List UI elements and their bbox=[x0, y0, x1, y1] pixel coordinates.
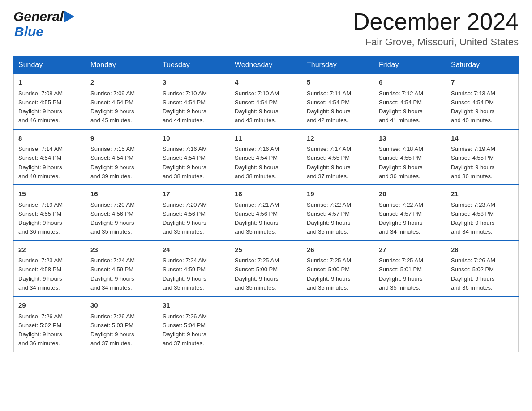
table-row: 31 Sunrise: 7:26 AM Sunset: 5:04 PM Dayl… bbox=[158, 296, 230, 352]
day-info: Sunrise: 7:19 AM Sunset: 4:55 PM Dayligh… bbox=[451, 146, 495, 180]
logo-blue-text: Blue bbox=[14, 24, 43, 39]
day-info: Sunrise: 7:24 AM Sunset: 4:59 PM Dayligh… bbox=[90, 257, 135, 291]
day-info: Sunrise: 7:12 AM Sunset: 4:54 PM Dayligh… bbox=[379, 90, 423, 124]
table-row bbox=[446, 296, 519, 352]
day-number: 13 bbox=[379, 133, 442, 144]
day-info: Sunrise: 7:08 AM Sunset: 4:55 PM Dayligh… bbox=[18, 90, 63, 124]
day-info: Sunrise: 7:10 AM Sunset: 4:54 PM Dayligh… bbox=[235, 90, 279, 124]
day-info: Sunrise: 7:16 AM Sunset: 4:54 PM Dayligh… bbox=[163, 146, 207, 180]
week-row-3: 15 Sunrise: 7:19 AM Sunset: 4:55 PM Dayl… bbox=[14, 185, 519, 241]
header-sunday: Sunday bbox=[14, 56, 86, 74]
header-friday: Friday bbox=[374, 56, 446, 74]
day-info: Sunrise: 7:13 AM Sunset: 4:54 PM Dayligh… bbox=[451, 90, 495, 124]
day-info: Sunrise: 7:18 AM Sunset: 4:55 PM Dayligh… bbox=[379, 146, 423, 180]
table-row: 20 Sunrise: 7:22 AM Sunset: 4:57 PM Dayl… bbox=[374, 185, 446, 241]
day-number: 17 bbox=[163, 189, 225, 199]
day-info: Sunrise: 7:22 AM Sunset: 4:57 PM Dayligh… bbox=[379, 201, 423, 235]
day-info: Sunrise: 7:17 AM Sunset: 4:55 PM Dayligh… bbox=[307, 146, 351, 180]
table-row bbox=[302, 296, 374, 352]
table-row: 5 Sunrise: 7:11 AM Sunset: 4:54 PM Dayli… bbox=[302, 74, 374, 129]
day-number: 10 bbox=[163, 133, 225, 144]
day-info: Sunrise: 7:22 AM Sunset: 4:57 PM Dayligh… bbox=[307, 201, 351, 235]
day-number: 24 bbox=[163, 245, 225, 255]
day-info: Sunrise: 7:26 AM Sunset: 5:02 PM Dayligh… bbox=[18, 313, 63, 347]
day-number: 9 bbox=[90, 133, 153, 144]
table-row: 18 Sunrise: 7:21 AM Sunset: 4:56 PM Dayl… bbox=[230, 185, 302, 241]
day-number: 25 bbox=[235, 245, 297, 255]
day-info: Sunrise: 7:23 AM Sunset: 4:58 PM Dayligh… bbox=[451, 201, 495, 235]
day-info: Sunrise: 7:20 AM Sunset: 4:56 PM Dayligh… bbox=[163, 201, 207, 235]
page-header: General Blue December 2024 Fair Grove, M… bbox=[13, 9, 519, 48]
week-row-2: 8 Sunrise: 7:14 AM Sunset: 4:54 PM Dayli… bbox=[14, 129, 519, 185]
table-row: 17 Sunrise: 7:20 AM Sunset: 4:56 PM Dayl… bbox=[158, 185, 230, 241]
table-row: 9 Sunrise: 7:15 AM Sunset: 4:54 PM Dayli… bbox=[86, 129, 158, 185]
day-number: 30 bbox=[90, 300, 153, 311]
table-row: 29 Sunrise: 7:26 AM Sunset: 5:02 PM Dayl… bbox=[14, 296, 86, 352]
day-info: Sunrise: 7:25 AM Sunset: 5:00 PM Dayligh… bbox=[235, 257, 279, 291]
table-row: 25 Sunrise: 7:25 AM Sunset: 5:00 PM Dayl… bbox=[230, 241, 302, 297]
header-thursday: Thursday bbox=[302, 56, 374, 74]
table-row: 10 Sunrise: 7:16 AM Sunset: 4:54 PM Dayl… bbox=[158, 129, 230, 185]
day-number: 20 bbox=[379, 189, 442, 199]
day-number: 28 bbox=[451, 245, 514, 255]
table-row: 8 Sunrise: 7:14 AM Sunset: 4:54 PM Dayli… bbox=[14, 129, 86, 185]
table-row: 28 Sunrise: 7:26 AM Sunset: 5:02 PM Dayl… bbox=[446, 241, 519, 297]
day-number: 18 bbox=[235, 189, 297, 199]
calendar-subtitle: Fair Grove, Missouri, United States bbox=[353, 36, 519, 48]
day-number: 27 bbox=[379, 245, 442, 255]
table-row: 30 Sunrise: 7:26 AM Sunset: 5:03 PM Dayl… bbox=[86, 296, 158, 352]
day-number: 29 bbox=[18, 300, 81, 311]
day-number: 2 bbox=[90, 77, 153, 88]
day-info: Sunrise: 7:20 AM Sunset: 4:56 PM Dayligh… bbox=[90, 201, 135, 235]
day-info: Sunrise: 7:11 AM Sunset: 4:54 PM Dayligh… bbox=[307, 90, 351, 124]
table-row: 22 Sunrise: 7:23 AM Sunset: 4:58 PM Dayl… bbox=[14, 241, 86, 297]
table-row: 21 Sunrise: 7:23 AM Sunset: 4:58 PM Dayl… bbox=[446, 185, 519, 241]
header-tuesday: Tuesday bbox=[158, 56, 230, 74]
day-number: 8 bbox=[18, 133, 81, 144]
table-row: 7 Sunrise: 7:13 AM Sunset: 4:54 PM Dayli… bbox=[446, 74, 519, 129]
table-row: 13 Sunrise: 7:18 AM Sunset: 4:55 PM Dayl… bbox=[374, 129, 446, 185]
header-saturday: Saturday bbox=[446, 56, 519, 74]
day-number: 14 bbox=[451, 133, 514, 144]
day-number: 31 bbox=[163, 300, 225, 311]
table-row: 14 Sunrise: 7:19 AM Sunset: 4:55 PM Dayl… bbox=[446, 129, 519, 185]
day-number: 23 bbox=[90, 245, 153, 255]
header-wednesday: Wednesday bbox=[230, 56, 302, 74]
day-number: 5 bbox=[307, 77, 369, 88]
day-info: Sunrise: 7:26 AM Sunset: 5:03 PM Dayligh… bbox=[90, 313, 135, 347]
table-row: 11 Sunrise: 7:16 AM Sunset: 4:54 PM Dayl… bbox=[230, 129, 302, 185]
table-row: 2 Sunrise: 7:09 AM Sunset: 4:54 PM Dayli… bbox=[86, 74, 158, 129]
day-number: 6 bbox=[379, 77, 442, 88]
table-row: 26 Sunrise: 7:25 AM Sunset: 5:00 PM Dayl… bbox=[302, 241, 374, 297]
day-number: 16 bbox=[90, 189, 153, 199]
day-info: Sunrise: 7:10 AM Sunset: 4:54 PM Dayligh… bbox=[163, 90, 207, 124]
day-number: 4 bbox=[235, 77, 297, 88]
table-row: 1 Sunrise: 7:08 AM Sunset: 4:55 PM Dayli… bbox=[14, 74, 86, 129]
table-row: 16 Sunrise: 7:20 AM Sunset: 4:56 PM Dayl… bbox=[86, 185, 158, 241]
week-row-4: 22 Sunrise: 7:23 AM Sunset: 4:58 PM Dayl… bbox=[14, 241, 519, 297]
day-info: Sunrise: 7:16 AM Sunset: 4:54 PM Dayligh… bbox=[235, 146, 279, 180]
day-info: Sunrise: 7:09 AM Sunset: 4:54 PM Dayligh… bbox=[90, 90, 135, 124]
day-info: Sunrise: 7:25 AM Sunset: 5:01 PM Dayligh… bbox=[379, 257, 423, 291]
day-info: Sunrise: 7:25 AM Sunset: 5:00 PM Dayligh… bbox=[307, 257, 351, 291]
day-number: 22 bbox=[18, 245, 81, 255]
table-row bbox=[230, 296, 302, 352]
day-info: Sunrise: 7:24 AM Sunset: 4:59 PM Dayligh… bbox=[163, 257, 207, 291]
week-row-5: 29 Sunrise: 7:26 AM Sunset: 5:02 PM Dayl… bbox=[14, 296, 519, 352]
day-info: Sunrise: 7:23 AM Sunset: 4:58 PM Dayligh… bbox=[18, 257, 63, 291]
table-row: 12 Sunrise: 7:17 AM Sunset: 4:55 PM Dayl… bbox=[302, 129, 374, 185]
day-number: 7 bbox=[451, 77, 514, 88]
table-row: 15 Sunrise: 7:19 AM Sunset: 4:55 PM Dayl… bbox=[14, 185, 86, 241]
logo: General Blue bbox=[13, 9, 74, 39]
table-row: 24 Sunrise: 7:24 AM Sunset: 4:59 PM Dayl… bbox=[158, 241, 230, 297]
calendar-title: December 2024 bbox=[353, 9, 519, 34]
day-number: 1 bbox=[18, 77, 81, 88]
weekday-header-row: Sunday Monday Tuesday Wednesday Thursday… bbox=[14, 56, 519, 74]
logo-general-text: General bbox=[13, 9, 64, 24]
day-info: Sunrise: 7:15 AM Sunset: 4:54 PM Dayligh… bbox=[90, 146, 135, 180]
table-row bbox=[374, 296, 446, 352]
day-info: Sunrise: 7:14 AM Sunset: 4:54 PM Dayligh… bbox=[18, 146, 63, 180]
day-info: Sunrise: 7:26 AM Sunset: 5:02 PM Dayligh… bbox=[451, 257, 495, 291]
table-row: 4 Sunrise: 7:10 AM Sunset: 4:54 PM Dayli… bbox=[230, 74, 302, 129]
logo-arrow-icon bbox=[64, 11, 74, 22]
